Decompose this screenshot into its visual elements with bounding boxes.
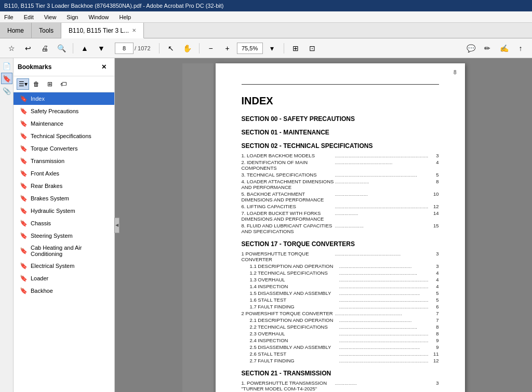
bookmark-rear-brakes[interactable]: 🔖 Rear Brakes: [14, 180, 114, 192]
toc-entry: 1.6 STALL TEST..........................…: [242, 297, 439, 303]
bookmarks-expand-btn[interactable]: ⊞: [44, 78, 56, 90]
select-tool-button[interactable]: ↖: [164, 42, 178, 55]
toc-entry: 5. BACKHOE ATTACHMENT DIMENSIONS AND PER…: [242, 191, 439, 202]
bookmarks-toolbar: ☰▾ 🗑 ⊞ 🏷: [14, 76, 114, 92]
menu-view[interactable]: View: [42, 13, 59, 21]
bookmark-rear-brakes-label: Rear Brakes: [31, 183, 62, 189]
toc-entry: 1.4 INSPECTION..........................…: [242, 283, 439, 289]
toc-entry: 2.1 DESCRIPTION AND OPERATION...........…: [242, 317, 439, 323]
toc-entry: 1.7 FAULT FINDING.......................…: [242, 304, 439, 309]
bookmark-index[interactable]: 🔖 Index: [14, 92, 114, 105]
search-button[interactable]: 🔍: [54, 42, 69, 55]
bookmark-safety-icon: 🔖: [20, 107, 28, 115]
comment-button[interactable]: 💬: [463, 42, 478, 55]
section-21: SECTION 21 - TRANSMISSION 1. POWERSHUTTL…: [242, 370, 439, 392]
left-icon-attach[interactable]: 📎: [1, 85, 12, 97]
nav-up-button[interactable]: ▲: [77, 42, 92, 55]
bookmark-backhoe[interactable]: 🔖 Backhoe: [14, 285, 114, 297]
hand-tool-button[interactable]: ✋: [180, 42, 195, 55]
title-bar: B110, B115 Tier 3 Loader Backhoe (876438…: [0, 0, 532, 11]
bookmark-button[interactable]: ☆: [4, 42, 19, 55]
page-navigation: / 1072: [115, 43, 151, 54]
bookmark-torque-converters[interactable]: 🔖 Torque Converters: [14, 142, 114, 155]
bookmark-technical-specs[interactable]: 🔖 Technical Specifications: [14, 130, 114, 142]
bookmark-loader[interactable]: 🔖 Loader: [14, 272, 114, 285]
pdf-viewer[interactable]: 8 INDEX SECTION 00 - SAFETY PRECAUTIONS …: [115, 58, 532, 392]
toc-entry: 2.4 INSPECTION..........................…: [242, 337, 439, 343]
toc-entry: 2.7 FAULT FINDING.......................…: [242, 358, 439, 363]
menu-help[interactable]: Help: [117, 13, 134, 21]
bookmark-steering-system[interactable]: 🔖 Steering System: [14, 229, 114, 242]
menu-window[interactable]: Window: [86, 13, 111, 21]
zoom-in-button[interactable]: +: [220, 42, 235, 55]
toc-entry: 1.2 TECHNICAL SPECIFICATIONS............…: [242, 270, 439, 276]
sidebar-collapse-handle[interactable]: ◀: [114, 218, 119, 233]
tab-tools[interactable]: Tools: [32, 23, 61, 38]
share-button[interactable]: ↑: [513, 42, 528, 55]
bookmarks-header: Bookmarks ✕: [14, 58, 114, 76]
bookmark-electrical-system[interactable]: 🔖 Electrical System: [14, 260, 114, 272]
menu-sign[interactable]: Sign: [64, 13, 80, 21]
bookmark-cab-heating-label: Cab Heating and Air Conditioning: [31, 245, 110, 257]
bookmark-maintenance-icon: 🔖: [20, 120, 28, 127]
left-icon-page[interactable]: 📄: [1, 60, 12, 72]
section-00: SECTION 00 - SAFETY PRECAUTIONS: [242, 115, 439, 123]
fit-page-button[interactable]: ⊞: [288, 42, 303, 55]
zoom-dropdown-button[interactable]: ▾: [265, 42, 280, 55]
menu-bar: File Edit View Sign Window Help: [0, 11, 532, 23]
markup-button[interactable]: ⊡: [305, 42, 320, 55]
bookmark-front-axles[interactable]: 🔖 Front Axles: [14, 167, 114, 180]
tab-home[interactable]: Home: [0, 23, 32, 38]
page-total: / 1072: [135, 45, 151, 51]
bookmarks-list-btn[interactable]: ☰▾: [17, 78, 29, 90]
bookmark-hydraulic-system[interactable]: 🔖 Hydraulic System: [14, 205, 114, 217]
separator1: [73, 43, 73, 53]
bookmark-chassis[interactable]: 🔖 Chassis: [14, 217, 114, 229]
bookmarks-close-button[interactable]: ✕: [98, 61, 110, 73]
toc-entry: 7. LOADER BUCKET WITH FORKS DIMENSIONS A…: [242, 210, 439, 222]
toc-entry: 1.5 DISASSEMBLY AND ASSEMBLY............…: [242, 290, 439, 296]
zoom-level-input[interactable]: [237, 43, 263, 54]
section-17-header: SECTION 17 - TORQUE CONVERTERS: [242, 240, 439, 248]
bookmarks-list: 🔖 Index 🔖 Safety Precautions 🔖 Maintenan…: [14, 92, 114, 392]
bookmark-maintenance[interactable]: 🔖 Maintenance: [14, 117, 114, 130]
bookmark-cab-heating[interactable]: 🔖 Cab Heating and Air Conditioning: [14, 242, 114, 260]
page-number-input[interactable]: [115, 43, 134, 54]
bookmark-brakes-system[interactable]: 🔖 Brakes System: [14, 192, 114, 205]
toc-entry: 1.1 DESCRIPTION AND OPERATION...........…: [242, 263, 439, 269]
tab-close-icon[interactable]: ✕: [132, 28, 136, 33]
menu-file[interactable]: File: [2, 13, 16, 21]
bookmark-transmission[interactable]: 🔖 Transmission: [14, 155, 114, 167]
tab-doc[interactable]: B110, B115 Tier 3 L... ✕: [61, 23, 144, 38]
pen-button[interactable]: ✏: [480, 42, 495, 55]
section-01: SECTION 01 - MAINTENANCE: [242, 129, 439, 136]
pdf-page-number: 8: [454, 70, 457, 75]
pdf-top-line: [242, 84, 439, 85]
separator3: [199, 43, 200, 53]
menu-edit[interactable]: Edit: [22, 13, 36, 21]
tab-tools-label: Tools: [39, 27, 54, 34]
bookmark-brakes-system-icon: 🔖: [20, 195, 28, 202]
sign-button[interactable]: ✍: [497, 42, 511, 55]
print-button[interactable]: 🖨: [37, 42, 52, 55]
nav-down-button[interactable]: ▼: [94, 42, 109, 55]
bookmark-torque-converters-label: Torque Converters: [31, 145, 78, 152]
bookmarks-tag-btn[interactable]: 🏷: [57, 78, 70, 90]
bookmark-maintenance-label: Maintenance: [31, 120, 63, 127]
left-icon-panel: 📄 🔖 📎: [0, 58, 14, 392]
toc-entry: 2.5 DISASSEMBLY AND ASSEMBLY............…: [242, 344, 439, 350]
bookmarks-delete-btn[interactable]: 🗑: [30, 78, 43, 90]
bookmark-loader-icon: 🔖: [20, 275, 28, 282]
bookmark-hydraulic-system-label: Hydraulic System: [31, 208, 75, 214]
separator4: [284, 43, 284, 53]
toc-entry: 1. POWERSHUTTLE TRANSMISSION "TURNER MOD…: [242, 380, 439, 391]
bookmark-chassis-label: Chassis: [31, 220, 51, 226]
left-icon-bookmark[interactable]: 🔖: [1, 73, 12, 84]
bookmark-safety-label: Safety Precautions: [31, 108, 78, 114]
zoom-out-button[interactable]: −: [204, 42, 218, 55]
bookmark-loader-label: Loader: [31, 275, 48, 281]
bookmark-front-axles-icon: 🔖: [20, 170, 28, 177]
bookmark-safety[interactable]: 🔖 Safety Precautions: [14, 105, 114, 117]
main-area: 📄 🔖 📎 Bookmarks ✕ ☰▾ 🗑 ⊞ 🏷 🔖 Index 🔖 Saf…: [0, 58, 532, 392]
back-button[interactable]: ↩: [21, 42, 35, 55]
